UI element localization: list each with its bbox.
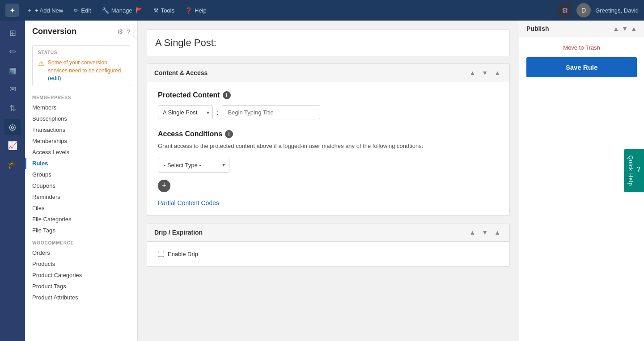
- status-text: Some of your conversion services need to…: [48, 59, 123, 74]
- publish-header-controls: ▲ ▼ ▲: [613, 25, 637, 32]
- content-access-header: Content & Access ▲ ▼ ▲: [147, 64, 509, 82]
- drip-body: Enable Drip: [147, 242, 509, 266]
- settings-gear-icon[interactable]: ⚙: [558, 3, 572, 17]
- select-type-dropdown[interactable]: - Select Type - Membership Member Role: [158, 158, 229, 173]
- add-condition-button[interactable]: +: [158, 180, 170, 192]
- sidebar-header: Conversion ⚙ ?: [25, 21, 137, 41]
- analytics-icon[interactable]: ✏: [4, 44, 21, 60]
- access-conditions-info-icon[interactable]: i: [225, 130, 233, 138]
- drip-header: Drip / Expiration ▲ ▼ ▲: [147, 223, 509, 242]
- sidebar: Conversion ⚙ ? ‹ STATUS ⚠ Some of your c…: [25, 21, 138, 341]
- collapse-up-icon[interactable]: ▲: [467, 68, 477, 77]
- flag-icon: 🚩: [136, 7, 143, 14]
- move-to-trash-link[interactable]: Move to Trash: [526, 44, 637, 51]
- collapse-down-icon[interactable]: ▼: [480, 68, 490, 77]
- sidebar-item-groups[interactable]: Groups: [25, 169, 137, 180]
- top-nav-right: ⚙ D Greetings, David: [558, 3, 639, 17]
- sidebar-item-orders[interactable]: Orders: [25, 247, 137, 258]
- sidebar-title: Conversion: [32, 27, 76, 36]
- woocommerce-section-label: WOOCOMMERCE: [25, 236, 137, 247]
- sidebar-item-rules[interactable]: Rules: [25, 158, 137, 169]
- sidebar-item-product-attributes[interactable]: Product Attributes: [25, 292, 137, 303]
- save-rule-button[interactable]: Save Rule: [526, 57, 637, 77]
- partial-content-link-wrapper: Partial Content Codes: [158, 199, 499, 206]
- sidebar-item-product-categories[interactable]: Product Categories: [25, 269, 137, 281]
- tools-button[interactable]: ⚒ Tools: [149, 4, 179, 17]
- status-content: ⚠ Some of your conversion services need …: [38, 59, 124, 81]
- publish-up-icon[interactable]: ▲: [613, 25, 619, 32]
- main-content: Content & Access ▲ ▼ ▲ Protected Content…: [138, 21, 519, 341]
- sidebar-item-reminders[interactable]: Reminders: [25, 191, 137, 202]
- drip-label: Drip / Expiration: [154, 229, 203, 236]
- icon-bar: ⊞ ✏ ▦ ✉ ⇅ ◎ 📈 🎓: [0, 21, 25, 341]
- sidebar-settings-icon[interactable]: ⚙: [117, 28, 123, 36]
- protected-content-info-icon[interactable]: i: [223, 91, 231, 99]
- access-conditions-title: Access Conditions i: [158, 130, 499, 138]
- panel-controls: ▲ ▼ ▲: [467, 68, 502, 77]
- drip-minimize-icon[interactable]: ▲: [492, 228, 502, 237]
- avatar[interactable]: D: [576, 3, 591, 17]
- quick-help-panel[interactable]: ? Quick Help: [624, 149, 644, 192]
- content-select-row: A Single Post All Posts A Single Page Al…: [158, 105, 499, 119]
- colon-separator: :: [216, 109, 218, 117]
- minimize-icon[interactable]: ▲: [492, 68, 502, 77]
- quick-help-question-icon: ?: [636, 166, 640, 174]
- help-button[interactable]: ❓ Help: [181, 4, 211, 17]
- edit-button[interactable]: ✏ Edit: [69, 4, 95, 17]
- quick-help-text: Quick Help: [627, 155, 634, 186]
- dashboard-icon[interactable]: ⊞: [4, 25, 21, 41]
- partial-content-codes-link[interactable]: Partial Content Codes: [158, 199, 219, 206]
- tools-icon: ⚒: [153, 7, 159, 14]
- sidebar-item-members[interactable]: Members: [25, 102, 137, 113]
- add-new-button[interactable]: ＋ + Add New: [22, 4, 68, 17]
- content-access-label: Content & Access: [154, 69, 208, 76]
- app-logo[interactable]: ✦: [5, 4, 19, 17]
- sidebar-item-files[interactable]: Files: [25, 202, 137, 214]
- publish-body: Move to Trash Save Rule: [519, 37, 644, 84]
- drip-collapse-up-icon[interactable]: ▲: [467, 228, 477, 237]
- status-label: STATUS: [38, 50, 124, 55]
- sidebar-item-file-categories[interactable]: File Categories: [25, 214, 137, 225]
- manage-button[interactable]: 🔧 Manage 🚩: [97, 4, 147, 17]
- edit-icon: ✏: [74, 7, 79, 14]
- publish-down-icon[interactable]: ▼: [622, 25, 628, 32]
- enable-drip-text: Enable Drip: [168, 251, 198, 257]
- content-type-select[interactable]: A Single Post All Posts A Single Page Al…: [158, 105, 213, 119]
- mail-icon[interactable]: ✉: [4, 81, 21, 97]
- content-access-panel: Content & Access ▲ ▼ ▲ Protected Content…: [147, 63, 510, 216]
- transfer-icon[interactable]: ⇅: [4, 100, 21, 116]
- enable-drip-checkbox[interactable]: [158, 251, 164, 257]
- status-edit-link[interactable]: (edit): [48, 75, 61, 81]
- status-box: STATUS ⚠ Some of your conversion service…: [32, 45, 130, 86]
- sidebar-item-file-tags[interactable]: File Tags: [25, 225, 137, 236]
- sidebar-item-access-levels[interactable]: Access Levels: [25, 147, 137, 158]
- content-title-input[interactable]: [222, 105, 320, 119]
- sidebar-item-product-tags[interactable]: Product Tags: [25, 281, 137, 292]
- conditions-description: Grant access to the protected content ab…: [158, 142, 499, 151]
- circle-icon[interactable]: ◎: [4, 119, 21, 135]
- publish-label: Publish: [526, 25, 549, 32]
- publish-header: Publish ▲ ▼ ▲: [519, 21, 644, 37]
- content-type-wrapper: A Single Post All Posts A Single Page Al…: [158, 105, 213, 119]
- enable-drip-label[interactable]: Enable Drip: [158, 251, 499, 257]
- publish-minimize-icon[interactable]: ▲: [631, 25, 637, 32]
- drip-collapse-down-icon[interactable]: ▼: [480, 228, 490, 237]
- sidebar-header-icons: ⚙ ?: [117, 28, 130, 36]
- sidebar-item-subscriptions[interactable]: Subscriptions: [25, 113, 137, 124]
- reports-icon[interactable]: ▦: [4, 63, 21, 79]
- sidebar-help-icon[interactable]: ?: [127, 28, 130, 36]
- manage-icon: 🔧: [102, 7, 109, 14]
- top-navigation: ✦ ＋ + Add New ✏ Edit 🔧 Manage 🚩 ⚒ Tools …: [0, 0, 644, 21]
- sidebar-item-memberships[interactable]: Memberships: [25, 135, 137, 147]
- sidebar-item-coupons[interactable]: Coupons: [25, 180, 137, 191]
- graduation-icon[interactable]: 🎓: [4, 156, 21, 173]
- sidebar-item-products[interactable]: Products: [25, 258, 137, 269]
- plus-icon: ＋: [27, 6, 33, 14]
- content-access-body: Protected Content i A Single Post All Po…: [147, 82, 509, 215]
- chart-icon[interactable]: 📈: [4, 138, 21, 154]
- main-layout: ⊞ ✏ ▦ ✉ ⇅ ◎ 📈 🎓 Conversion ⚙ ? ‹ STATUS …: [0, 21, 644, 341]
- sidebar-item-transactions[interactable]: Transactions: [25, 124, 137, 135]
- warning-icon: ⚠: [38, 59, 44, 67]
- post-title-input[interactable]: [147, 29, 510, 56]
- help-icon: ❓: [185, 7, 192, 14]
